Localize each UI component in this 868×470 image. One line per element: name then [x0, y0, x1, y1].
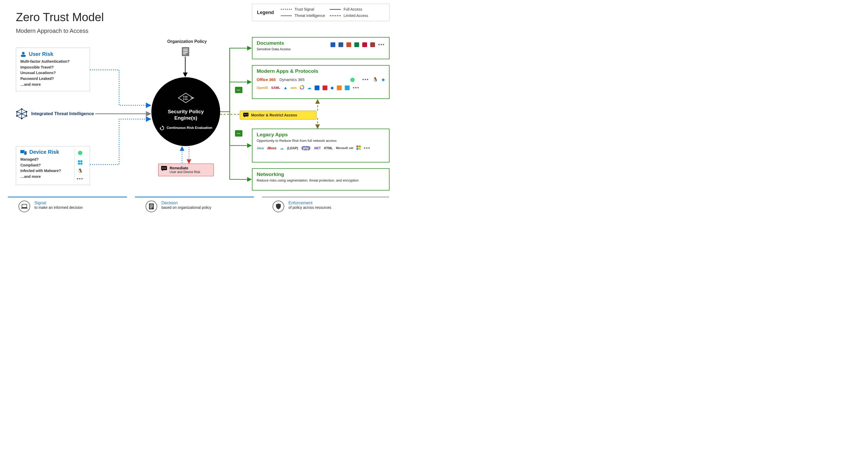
- footer-decision: Decisionbased on organizational policy: [135, 197, 254, 212]
- monitor-restrict-box: Monitor & Restrict Access: [240, 111, 316, 120]
- legend-full-access-label: Full Access: [343, 7, 362, 11]
- engine-sub-label: Continuous Risk Evaluation: [167, 126, 213, 130]
- more-icon: •••: [353, 85, 360, 91]
- svg-rect-59: [21, 208, 28, 209]
- page-subtitle: Modern Approach to Access: [16, 28, 88, 34]
- svg-rect-27: [184, 98, 188, 98]
- device-risk-box: Device Risk Managed? Compliant? Infected…: [16, 146, 90, 185]
- networking-title: Networking: [257, 171, 385, 177]
- svg-rect-21: [183, 52, 188, 53]
- svg-rect-19: [183, 49, 188, 50]
- shield-icon: [273, 200, 284, 212]
- svg-rect-63: [150, 207, 153, 207]
- office365-label: Office 365: [257, 77, 276, 82]
- svg-point-37: [164, 168, 164, 168]
- device-risk-item: Managed?: [20, 157, 72, 162]
- user-risk-item: Multi-factor Authentication?: [20, 59, 86, 65]
- svg-point-42: [246, 114, 246, 115]
- jboss-icon: JBoss: [267, 146, 277, 150]
- svg-point-6: [21, 108, 23, 110]
- footer-signal: Signalto make an informed decision: [8, 197, 127, 212]
- svg-point-8: [26, 115, 27, 117]
- footer-signal-title: Signal: [34, 200, 83, 206]
- user-risk-title: User Risk: [29, 51, 53, 57]
- footer-enforcement-title: Enforcement: [288, 200, 331, 206]
- device-platform-icons: ⬤ 🐧 •••: [74, 149, 86, 182]
- swatch-gray-icon: [281, 15, 292, 16]
- document-icon: [146, 200, 157, 212]
- svg-point-41: [244, 114, 245, 115]
- dropbox-icon: ◆: [331, 85, 334, 90]
- footer-enforcement-sub: of policy across resources: [288, 206, 331, 210]
- access-icon: [370, 42, 375, 47]
- footer-decision-title: Decision: [161, 200, 211, 206]
- ldap-icon: {LDAP}: [287, 146, 298, 150]
- documents-title: Documents: [257, 40, 291, 46]
- swatch-olive-icon: [330, 15, 341, 16]
- google-icon: [300, 85, 304, 91]
- documents-desc: Sensitive Data Access: [257, 47, 291, 51]
- svg-marker-40: [244, 116, 246, 118]
- graph-network-icon: [16, 108, 28, 120]
- svg-rect-14: [78, 160, 80, 162]
- servicenow-icon: [322, 86, 327, 90]
- chat-badge-icon: •••: [235, 130, 242, 136]
- php-icon: php: [302, 146, 310, 150]
- user-icon: [20, 51, 26, 57]
- threat-intelligence-label: Integrated Threat Intelligence: [31, 111, 94, 117]
- user-risk-item: Unusual Locations?: [20, 70, 86, 76]
- device-risk-item: Compliant?: [20, 162, 72, 168]
- word-icon: [338, 42, 343, 47]
- dotnet-icon: .NET: [314, 146, 321, 150]
- svg-rect-58: [22, 204, 27, 208]
- svg-rect-62: [150, 206, 153, 206]
- user-risk-item: …and more: [20, 82, 86, 88]
- cloud-icon: ☁: [280, 146, 284, 151]
- laptop-icon: [19, 200, 30, 212]
- svg-marker-35: [162, 169, 164, 171]
- legacy-apps-row: Java JBoss ☁ {LDAP} php .NET HTML Micros…: [257, 145, 385, 151]
- legend-limited-access: Limited Access: [330, 13, 368, 18]
- legend-title: Legend: [257, 10, 274, 15]
- more-icon: •••: [364, 145, 371, 151]
- svg-rect-22: [183, 54, 186, 54]
- org-policy-label: Organization Policy: [167, 39, 207, 44]
- legacy-apps-box: Legacy Apps Opportunity to Reduce Risk f…: [252, 129, 390, 162]
- box-icon: [315, 86, 319, 90]
- diagram-canvas: Zero Trust Model Modern Approach to Acce…: [0, 0, 397, 215]
- legend-trust-signal: Trust Signal: [281, 7, 325, 11]
- networking-box: Networking Reduce risks using segmentati…: [252, 168, 390, 191]
- legacy-apps-desc: Opportunity to Reduce Risk from full net…: [257, 139, 385, 143]
- svg-point-10: [16, 115, 18, 117]
- remediate-title: Remediate: [169, 166, 200, 170]
- svg-rect-61: [150, 205, 153, 205]
- svg-point-0: [22, 52, 25, 55]
- svg-rect-48: [356, 146, 358, 148]
- linux-icon: 🐧: [78, 168, 83, 173]
- user-risk-list: Multi-factor Authentication? Impossible …: [20, 59, 86, 87]
- devices-icon: [20, 150, 27, 155]
- device-risk-list: Managed? Compliant? Infected with Malwar…: [20, 157, 72, 180]
- svg-rect-16: [78, 163, 80, 165]
- documents-apps: •••: [331, 42, 385, 48]
- outlook-icon: [331, 42, 335, 47]
- device-risk-item: …and more: [20, 174, 72, 180]
- user-risk-item: Password Leaked?: [20, 76, 86, 82]
- svg-marker-32: [162, 125, 163, 128]
- svg-point-7: [26, 111, 27, 113]
- chat-icon: [243, 113, 248, 118]
- windows-icon: [78, 160, 82, 166]
- refresh-cycle-icon: [159, 125, 164, 131]
- chat-icon: [161, 166, 167, 171]
- svg-rect-64: [150, 208, 152, 208]
- chat-badge-icon: •••: [235, 87, 242, 93]
- device-risk-title: Device Risk: [29, 149, 59, 155]
- monitor-label: Monitor & Restrict Access: [251, 113, 297, 117]
- legend-threat-intel: Threat Intelligence: [281, 13, 325, 18]
- powerpoint-icon: [346, 42, 351, 47]
- more-icon: •••: [378, 42, 385, 48]
- networking-desc: Reduce risks using segmentation, threat …: [257, 178, 385, 182]
- svg-rect-18: [182, 47, 189, 56]
- aws-icon: aws: [291, 86, 297, 90]
- document-icon: [182, 47, 189, 57]
